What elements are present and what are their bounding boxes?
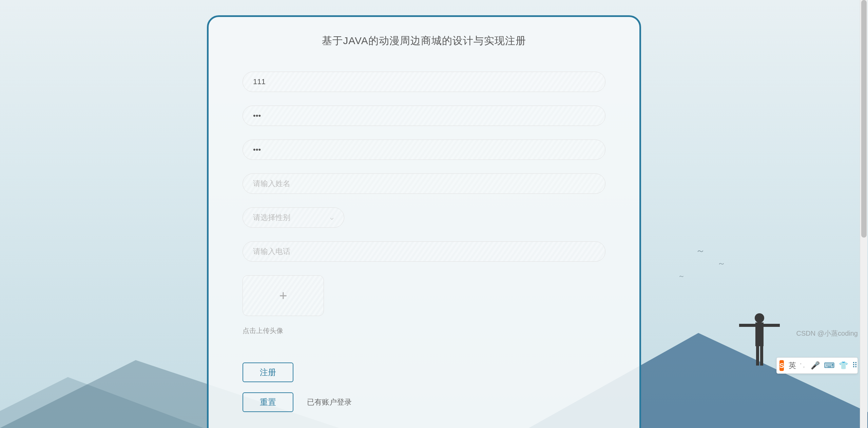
username-input[interactable]	[243, 72, 605, 92]
avatar-upload-button[interactable]: +	[243, 275, 324, 316]
businessman-figure	[736, 310, 783, 372]
scrollbar-thumb[interactable]	[861, 0, 867, 238]
phone-input[interactable]	[243, 241, 605, 262]
bird-icon: ～	[696, 244, 705, 257]
chevron-down-icon: ⌵	[330, 214, 334, 221]
registration-form-panel: 基于JAVA的动漫周边商城的设计与实现注册 请选择性别 ⌵ + 点击上传头像 注…	[207, 15, 641, 428]
svg-rect-4	[760, 345, 763, 366]
name-input[interactable]	[243, 173, 605, 194]
form-title: 基于JAVA的动漫周边商城的设计与实现注册	[243, 34, 605, 48]
plus-icon: +	[279, 288, 287, 303]
ime-voice-icon[interactable]: 🎤	[811, 361, 820, 370]
ime-skin-icon[interactable]: 👕	[839, 361, 848, 370]
ime-language-toggle[interactable]: 英	[789, 360, 796, 371]
svg-rect-2	[739, 324, 780, 327]
vertical-scrollbar[interactable]	[860, 0, 867, 428]
confirm-password-input[interactable]	[243, 139, 605, 160]
upload-hint-text: 点击上传头像	[243, 326, 605, 335]
register-button[interactable]: 注册	[243, 362, 293, 382]
gender-select[interactable]: 请选择性别 ⌵	[243, 207, 344, 228]
svg-point-0	[755, 313, 764, 323]
gender-placeholder: 请选择性别	[253, 212, 290, 223]
reset-button[interactable]: 重置	[243, 392, 293, 412]
ime-keyboard-icon[interactable]: ⌨	[824, 361, 835, 370]
ime-punctuation[interactable]: '，	[800, 362, 807, 369]
ime-toolbar[interactable]: S 英 '， 🎤 ⌨ 👕 ⠿	[776, 357, 858, 374]
bird-icon: ～	[717, 258, 726, 269]
login-link[interactable]: 已有账户登录	[307, 397, 352, 407]
svg-rect-3	[756, 345, 759, 366]
ime-toolbox-icon[interactable]: ⠿	[852, 361, 857, 370]
sogou-ime-icon[interactable]: S	[779, 360, 784, 371]
password-input[interactable]	[243, 106, 605, 126]
bird-icon: ～	[678, 272, 685, 281]
watermark-text: CSDN @小蒸coding	[796, 329, 858, 338]
